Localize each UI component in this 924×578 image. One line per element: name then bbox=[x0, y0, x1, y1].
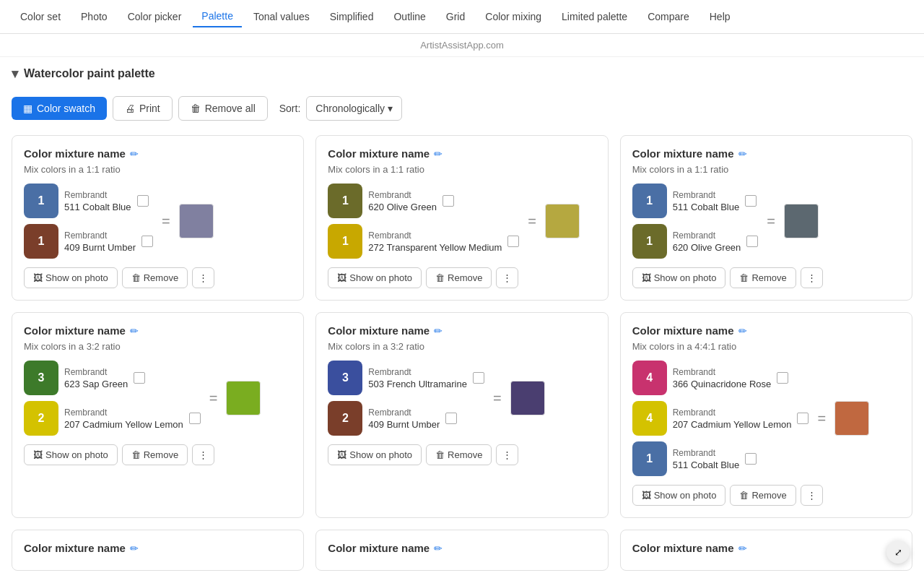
checkbox[interactable] bbox=[443, 195, 454, 207]
remove-label: Remove bbox=[448, 449, 482, 460]
remove-all-button[interactable]: 🗑 Remove all bbox=[178, 96, 268, 121]
nav-photo[interactable]: Photo bbox=[72, 7, 116, 27]
edit-icon[interactable]: ✏ bbox=[130, 543, 139, 554]
nav-help[interactable]: Help bbox=[701, 7, 739, 27]
more-icon: ⋮ bbox=[807, 490, 816, 501]
card-title-row: Color mixture name ✏ bbox=[328, 324, 596, 337]
image-icon: 🖼 bbox=[33, 449, 43, 460]
more-icon: ⋮ bbox=[807, 272, 816, 283]
more-options-button[interactable]: ⋮ bbox=[496, 444, 518, 465]
expand-collapse-button[interactable]: ⤢ bbox=[886, 540, 910, 564]
sort-label: Sort: bbox=[279, 103, 301, 114]
edit-icon[interactable]: ✏ bbox=[738, 543, 747, 554]
remove-button[interactable]: 🗑 Remove bbox=[122, 267, 188, 288]
checkbox[interactable] bbox=[189, 413, 201, 424]
color-swatch-icon: ▦ bbox=[23, 103, 32, 114]
show-on-photo-button[interactable]: 🖼 Show on photo bbox=[632, 485, 726, 506]
edit-icon[interactable]: ✏ bbox=[434, 325, 443, 337]
top-navigation: Color set Photo Color picker Palette Ton… bbox=[0, 0, 924, 34]
mixture-card: Color mixture name ✏ Mix colors in a 1:1… bbox=[315, 135, 608, 301]
more-options-button[interactable]: ⋮ bbox=[496, 267, 518, 288]
nav-limited-palette[interactable]: Limited palette bbox=[553, 7, 636, 27]
nav-outline[interactable]: Outline bbox=[385, 7, 434, 27]
color-name: 620 Olive Green bbox=[673, 242, 741, 253]
remove-button[interactable]: 🗑 Remove bbox=[730, 485, 796, 506]
more-options-button[interactable]: ⋮ bbox=[192, 267, 214, 288]
sort-dropdown[interactable]: Chronologically ▾ bbox=[306, 96, 402, 121]
checkbox[interactable] bbox=[445, 413, 457, 424]
cards-grid: Color mixture name ✏ Mix colors in a 1:1… bbox=[0, 129, 924, 577]
equals-sign: = bbox=[162, 213, 170, 230]
show-on-photo-label: Show on photo bbox=[654, 490, 717, 501]
show-on-photo-button[interactable]: 🖼 Show on photo bbox=[24, 444, 118, 465]
card-title-row: Color mixture name ✏ bbox=[328, 542, 596, 554]
checkbox[interactable] bbox=[141, 236, 153, 247]
more-options-button[interactable]: ⋮ bbox=[801, 267, 823, 288]
color-name: 511 Cobalt Blue bbox=[64, 202, 131, 212]
nav-tonal-values[interactable]: Tonal values bbox=[245, 7, 318, 27]
color-entry: 1 Rembrandt 511 Cobalt Blue bbox=[632, 441, 809, 476]
checkbox[interactable] bbox=[746, 236, 758, 247]
nav-grid[interactable]: Grid bbox=[437, 7, 474, 27]
checkbox[interactable] bbox=[473, 372, 484, 384]
edit-icon[interactable]: ✏ bbox=[434, 543, 443, 554]
edit-icon[interactable]: ✏ bbox=[738, 325, 747, 337]
color-info: Rembrandt 207 Cadmium Yellow Lemon bbox=[673, 407, 792, 430]
equals-sign: = bbox=[209, 390, 218, 407]
edit-icon[interactable]: ✏ bbox=[130, 325, 139, 337]
color-entry: 2 Rembrandt 409 Burnt Umber bbox=[328, 401, 484, 436]
color-info: Rembrandt 620 Olive Green bbox=[673, 230, 741, 253]
checkbox[interactable] bbox=[745, 195, 757, 207]
nav-simplified[interactable]: Simplified bbox=[321, 7, 383, 27]
show-on-photo-label: Show on photo bbox=[45, 449, 108, 460]
nav-color-set[interactable]: Color set bbox=[12, 7, 69, 27]
show-on-photo-button[interactable]: 🖼 Show on photo bbox=[632, 267, 726, 288]
mixture-card: Color mixture name ✏ Mix colors in a 3:2… bbox=[12, 312, 304, 518]
nav-compare[interactable]: Compare bbox=[639, 7, 698, 27]
color-entry: 1 Rembrandt 272 Transparent Yellow Mediu… bbox=[328, 224, 519, 259]
remove-button[interactable]: 🗑 Remove bbox=[122, 444, 188, 465]
show-on-photo-button[interactable]: 🖼 Show on photo bbox=[328, 444, 422, 465]
show-on-photo-button[interactable]: 🖼 Show on photo bbox=[328, 267, 422, 288]
color-chip: 3 bbox=[24, 361, 58, 395]
nav-palette[interactable]: Palette bbox=[193, 6, 242, 27]
color-name: 503 French Ultramarine bbox=[368, 379, 467, 389]
checkbox[interactable] bbox=[777, 372, 788, 384]
card-title-row: Color mixture name ✏ bbox=[632, 542, 900, 554]
edit-icon[interactable]: ✏ bbox=[130, 148, 139, 160]
color-brand: Rembrandt bbox=[673, 230, 741, 241]
more-options-button[interactable]: ⋮ bbox=[192, 444, 214, 465]
equals-sign: = bbox=[493, 390, 502, 407]
remove-button[interactable]: 🗑 Remove bbox=[730, 267, 796, 288]
checkbox[interactable] bbox=[507, 236, 519, 247]
remove-label: Remove bbox=[751, 490, 786, 501]
remove-button[interactable]: 🗑 Remove bbox=[426, 444, 492, 465]
nav-color-picker[interactable]: Color picker bbox=[119, 7, 191, 27]
colors-row: 1 Rembrandt 511 Cobalt Blue 1 Rembrandt … bbox=[24, 184, 292, 259]
more-options-button[interactable]: ⋮ bbox=[801, 485, 823, 506]
card-actions: 🖼 Show on photo 🗑 Remove ⋮ bbox=[24, 267, 292, 288]
checkbox[interactable] bbox=[745, 453, 757, 465]
color-chip: 1 bbox=[632, 184, 667, 218]
collapse-icon[interactable]: ▾ bbox=[12, 66, 18, 82]
colors-row: 1 Rembrandt 511 Cobalt Blue 1 Rembrandt … bbox=[632, 184, 900, 259]
print-label: Print bbox=[139, 103, 160, 114]
print-button[interactable]: 🖨 Print bbox=[113, 96, 173, 121]
color-brand: Rembrandt bbox=[368, 367, 467, 377]
card-actions: 🖼 Show on photo 🗑 Remove ⋮ bbox=[328, 267, 596, 288]
card-title: Color mixture name bbox=[632, 542, 734, 554]
checkbox[interactable] bbox=[797, 413, 808, 424]
remove-button[interactable]: 🗑 Remove bbox=[426, 267, 492, 288]
checkbox[interactable] bbox=[134, 372, 145, 384]
checkbox[interactable] bbox=[137, 195, 149, 207]
edit-icon[interactable]: ✏ bbox=[434, 148, 443, 160]
nav-color-mixing[interactable]: Color mixing bbox=[476, 7, 550, 27]
color-swatch-button[interactable]: ▦ Color swatch bbox=[12, 97, 107, 120]
color-chip: 2 bbox=[24, 401, 58, 436]
mixture-card: Color mixture name ✏ bbox=[12, 530, 304, 571]
color-name: 623 Sap Green bbox=[64, 379, 128, 389]
trash-icon: 🗑 bbox=[191, 103, 201, 114]
show-on-photo-button[interactable]: 🖼 Show on photo bbox=[24, 267, 118, 288]
edit-icon[interactable]: ✏ bbox=[738, 148, 747, 160]
trash-icon: 🗑 bbox=[131, 449, 141, 460]
